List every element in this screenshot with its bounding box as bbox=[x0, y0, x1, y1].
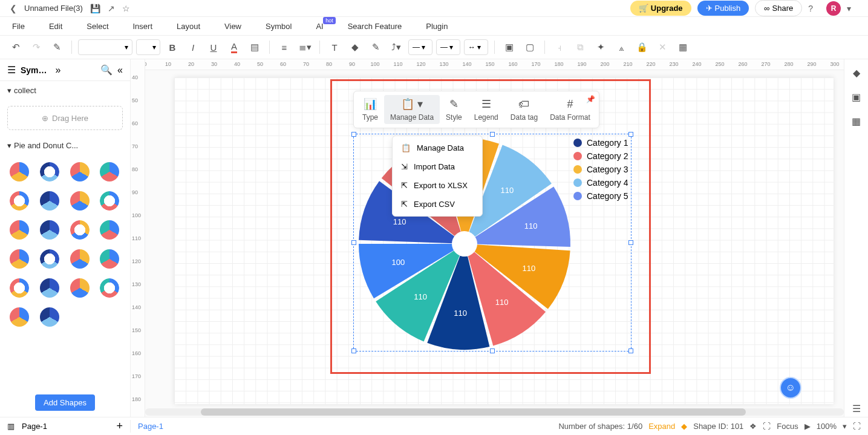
shape-thumb[interactable] bbox=[68, 218, 92, 242]
page-tab[interactable]: Page-1 bbox=[131, 422, 171, 431]
legend-item[interactable]: Category 3 bbox=[573, 165, 628, 174]
shape-thumb[interactable] bbox=[38, 247, 62, 271]
focus-label[interactable]: Focus bbox=[777, 422, 798, 431]
zoom-level[interactable]: 100% bbox=[817, 422, 837, 431]
text-tool-button[interactable]: T bbox=[326, 39, 343, 56]
presentation-icon[interactable]: ▶ bbox=[804, 422, 811, 431]
menu-insert[interactable]: Insert bbox=[133, 22, 153, 31]
chart-tb-type[interactable]: 📊Type bbox=[356, 95, 384, 124]
effects-button[interactable]: ✦ bbox=[592, 39, 609, 56]
pin-icon[interactable]: 📌 bbox=[586, 95, 595, 103]
add-shapes-button[interactable]: Add Shapes bbox=[35, 394, 95, 411]
assistant-button[interactable]: ☺ bbox=[780, 377, 801, 399]
underline-button[interactable]: U bbox=[205, 39, 222, 56]
line-weight-select[interactable]: — ▾ bbox=[436, 39, 460, 55]
shape-thumb[interactable] bbox=[68, 160, 92, 184]
more-panel-icon[interactable]: ☰ bbox=[848, 400, 865, 417]
shape-thumb[interactable] bbox=[97, 160, 122, 184]
expand-link[interactable]: Expand bbox=[648, 422, 675, 431]
chart-tb-data-tag[interactable]: 🏷Data tag bbox=[504, 95, 544, 124]
menu-view[interactable]: View bbox=[224, 22, 241, 31]
font-family-select[interactable]: ▾ bbox=[78, 39, 132, 55]
shape-button[interactable]: ▢ bbox=[521, 39, 538, 56]
shape-thumb[interactable] bbox=[38, 305, 62, 329]
sidebar-chevron-icon[interactable]: » bbox=[56, 65, 61, 76]
pages-icon[interactable]: ▥ bbox=[7, 422, 15, 431]
shape-thumb[interactable] bbox=[7, 160, 31, 184]
publish-button[interactable]: ✈ Publish bbox=[697, 1, 749, 16]
table-button[interactable]: ▦ bbox=[674, 39, 691, 56]
align-h-button[interactable]: ≡ bbox=[276, 39, 293, 56]
legend-item[interactable]: Category 4 bbox=[573, 178, 628, 188]
star-icon[interactable]: ☆ bbox=[122, 4, 130, 13]
section-collect[interactable]: ▾ collect bbox=[0, 81, 130, 100]
bold-button[interactable]: B bbox=[164, 39, 181, 56]
add-page-button[interactable]: + bbox=[116, 420, 123, 433]
shape-thumb[interactable] bbox=[38, 160, 62, 184]
shape-thumb[interactable] bbox=[7, 218, 31, 242]
fill-color-button[interactable]: ◆ bbox=[347, 39, 364, 56]
font-size-select[interactable]: ▾ bbox=[136, 39, 160, 55]
menu-select[interactable]: Select bbox=[86, 22, 108, 31]
horizontal-scrollbar[interactable] bbox=[145, 408, 844, 417]
legend-item[interactable]: Category 2 bbox=[573, 151, 628, 161]
format-painter-button[interactable]: ✎ bbox=[48, 39, 65, 56]
avatar[interactable]: R bbox=[826, 1, 841, 16]
save-icon[interactable]: 💾 bbox=[90, 4, 100, 13]
highlight-button[interactable]: ▤ bbox=[246, 39, 263, 56]
zoom-chevron-icon[interactable]: ▾ bbox=[843, 422, 847, 431]
menu-file[interactable]: File bbox=[12, 22, 25, 31]
shape-thumb[interactable] bbox=[97, 276, 122, 300]
italic-button[interactable]: I bbox=[184, 39, 201, 56]
shape-thumb[interactable] bbox=[97, 247, 122, 271]
drag-here-zone[interactable]: ⊕ Drag Here bbox=[7, 106, 123, 130]
legend-item[interactable]: Category 1 bbox=[573, 138, 628, 148]
shape-thumb[interactable] bbox=[68, 189, 92, 213]
share-button[interactable]: ∞ Share bbox=[755, 0, 802, 16]
avatar-chevron-icon[interactable]: ▾ bbox=[847, 4, 851, 13]
shape-thumb[interactable] bbox=[7, 276, 31, 300]
shape-thumb[interactable] bbox=[97, 218, 122, 242]
shape-thumb[interactable] bbox=[38, 189, 62, 213]
tools-button[interactable]: ✕ bbox=[654, 39, 671, 56]
redo-button[interactable]: ↷ bbox=[28, 39, 45, 56]
focus-toggle-icon[interactable]: ⛶ bbox=[763, 422, 771, 431]
fill-panel-icon[interactable]: ◆ bbox=[848, 64, 865, 81]
arrow-select[interactable]: ↔ ▾ bbox=[464, 39, 488, 55]
upgrade-button[interactable]: 🛒 Upgrade bbox=[630, 1, 691, 16]
menu-layout[interactable]: Layout bbox=[177, 22, 200, 31]
menu-search-feature[interactable]: Search Feature bbox=[348, 22, 402, 31]
group-button[interactable]: ⧉ bbox=[572, 39, 589, 56]
menu-plugin[interactable]: Plugin bbox=[426, 22, 448, 31]
line-color-button[interactable]: ✎ bbox=[367, 39, 384, 56]
lock-button[interactable]: 🔒 bbox=[633, 39, 650, 56]
layers-panel-icon[interactable]: ▣ bbox=[848, 88, 865, 105]
image-button[interactable]: ▣ bbox=[501, 39, 518, 56]
align-v-button[interactable]: ≣▾ bbox=[296, 39, 313, 56]
library-icon[interactable]: ☰ bbox=[7, 64, 16, 76]
collapse-sidebar-icon[interactable]: « bbox=[117, 65, 123, 76]
shape-thumb[interactable] bbox=[38, 218, 62, 242]
undo-button[interactable]: ↶ bbox=[7, 39, 24, 56]
shape-thumb[interactable] bbox=[38, 276, 62, 300]
legend-item[interactable]: Category 5 bbox=[573, 191, 628, 201]
menu-edit[interactable]: Edit bbox=[49, 22, 62, 31]
resize-handle-mr[interactable] bbox=[628, 240, 633, 245]
shape-thumb[interactable] bbox=[68, 276, 92, 300]
section-pie[interactable]: ▾ Pie and Donut C... bbox=[0, 136, 130, 155]
fullscreen-icon[interactable]: ⛶ bbox=[853, 422, 861, 431]
menu-symbol[interactable]: Symbol bbox=[266, 22, 292, 31]
dd-export-to-xlsx[interactable]: ⇱Export to XLSX bbox=[393, 176, 482, 195]
page-canvas[interactable]: 110110110110110110100110110110 Category … bbox=[174, 77, 834, 404]
search-icon[interactable]: 🔍 bbox=[100, 64, 113, 76]
shape-thumb[interactable] bbox=[68, 247, 92, 271]
help-icon[interactable]: ? bbox=[808, 4, 813, 13]
chart-tb-legend[interactable]: ☰Legend bbox=[468, 95, 504, 124]
line-style-select[interactable]: — ▾ bbox=[408, 39, 432, 55]
dd-manage-data[interactable]: 📋Manage Data bbox=[393, 139, 482, 157]
shape-thumb[interactable] bbox=[7, 247, 31, 271]
shape-thumb[interactable] bbox=[7, 189, 31, 213]
resize-handle-tr[interactable] bbox=[628, 132, 633, 137]
layers-icon[interactable]: ❖ bbox=[749, 422, 757, 431]
align-objects-button[interactable]: ⫞ bbox=[551, 39, 568, 56]
